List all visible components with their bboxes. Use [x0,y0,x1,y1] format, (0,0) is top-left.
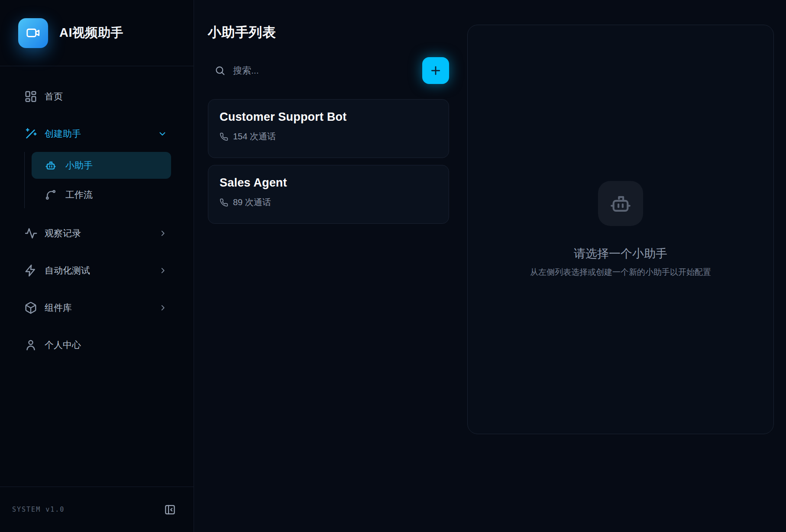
assistant-call-count: 89 次通话 [220,197,437,208]
panel-left-close-icon [164,504,176,516]
box-icon [24,301,37,314]
sidebar-item-label: 个人中心 [45,339,81,351]
chevron-right-icon [158,229,168,238]
page-title: 小助手列表 [208,23,449,42]
user-icon [24,339,37,351]
call-count-label: 89 次通话 [233,197,271,208]
search-row [208,57,449,84]
sidebar-item-label: 小助手 [65,159,93,171]
brand-header: AI视频助手 [0,0,194,66]
assistant-detail-panel: 请选择一个小助手 从左侧列表选择或创建一个新的小助手以开始配置 [467,25,774,434]
system-version-label: SYSTEM v1.0 [12,506,65,513]
collapse-sidebar-button[interactable] [164,504,176,516]
search-input[interactable] [232,65,422,76]
dashboard-icon [24,90,37,103]
chevron-right-icon [158,303,168,313]
app-title: AI视频助手 [59,24,123,42]
sidebar-item-create-assistant[interactable]: 创建助手 [10,122,183,146]
assistant-card[interactable]: Sales Agent 89 次通话 [208,165,449,224]
chevron-right-icon [158,266,168,275]
assistant-name: Customer Support Bot [220,110,437,124]
sidebar-item-home[interactable]: 首页 [10,84,183,109]
sidebar-item-automated-testing[interactable]: 自动化测试 [10,258,183,283]
sidebar-item-component-library[interactable]: 组件库 [10,296,183,320]
sidebar-item-label: 自动化测试 [45,264,90,277]
sidebar-item-label: 工作流 [65,189,93,201]
assistant-call-count: 154 次通话 [220,131,437,142]
assistant-list: Customer Support Bot 154 次通话 Sales Agent [208,99,449,224]
plus-icon [429,64,442,77]
empty-state-subtitle: 从左侧列表选择或创建一个新的小助手以开始配置 [530,267,711,278]
sidebar-item-profile[interactable]: 个人中心 [10,333,183,357]
app-logo [18,18,48,48]
bot-icon [608,191,633,216]
add-assistant-button[interactable] [422,57,449,84]
activity-icon [24,227,37,240]
sidebar-item-label: 组件库 [45,302,72,314]
create-assistant-submenu: 小助手 工作流 [24,152,183,208]
video-camera-icon [26,26,41,40]
phone-icon [220,132,228,141]
workflow-spline-icon [45,189,57,201]
call-count-label: 154 次通话 [233,131,276,142]
sidebar-item-label: 创建助手 [45,128,81,140]
search-box [208,65,422,76]
bot-icon [45,159,57,171]
sidebar-nav: 首页 创建助手 [0,66,194,487]
sidebar: AI视频助手 首页 [0,0,194,532]
sidebar-item-observation-logs[interactable]: 观察记录 [10,221,183,245]
empty-state-icon-box [598,181,643,226]
sidebar-item-workflow[interactable]: 工作流 [32,181,171,208]
assistant-list-column: 小助手列表 Custo [194,0,467,532]
app-window: AI视频助手 首页 [0,0,786,532]
zap-icon [24,264,37,277]
sidebar-item-label: 观察记录 [45,227,81,239]
chevron-down-icon [157,129,168,139]
sidebar-item-assistants[interactable]: 小助手 [32,152,171,179]
sidebar-item-label: 首页 [45,90,63,103]
empty-state-title: 请选择一个小助手 [574,246,667,261]
phone-icon [220,198,228,207]
sidebar-footer: SYSTEM v1.0 [0,487,194,532]
assistant-card[interactable]: Customer Support Bot 154 次通话 [208,99,449,158]
assistant-name: Sales Agent [220,176,437,190]
search-icon [214,65,226,76]
wand-sparkles-icon [24,127,37,140]
